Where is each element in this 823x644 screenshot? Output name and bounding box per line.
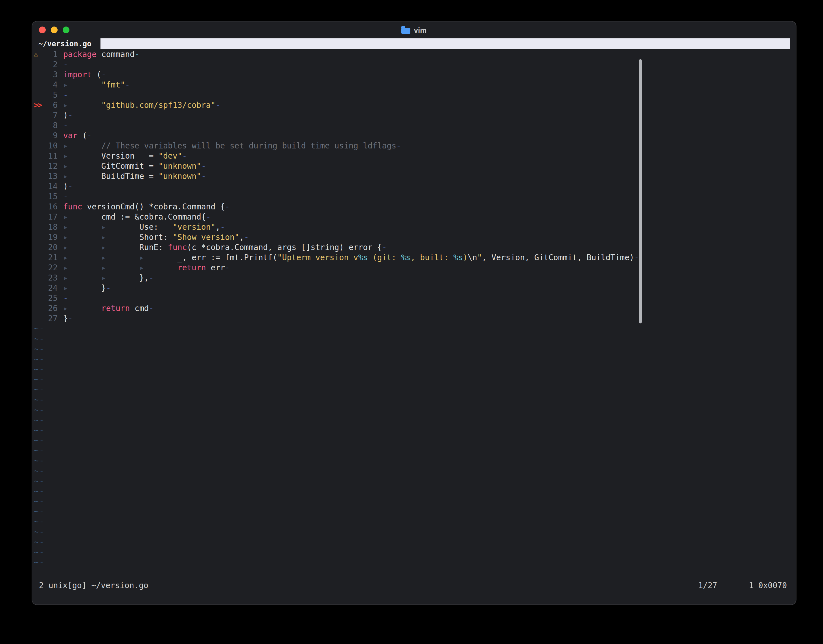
code-line[interactable]: 10▸// These variables will be set during…	[32, 141, 796, 151]
sign-column	[32, 80, 43, 90]
code-line[interactable]: 23▸▸},-	[32, 273, 796, 283]
desktop-background: vim ~/version.go ⚠1package command-2-3im…	[0, 0, 823, 644]
line-number: 15	[43, 191, 58, 201]
code-line[interactable]: 7)-	[32, 110, 796, 120]
code-line[interactable]: 18▸▸Use: "version",-	[32, 222, 796, 232]
code-line-text: var (-	[63, 130, 92, 141]
tab-version-go[interactable]: ~/version.go	[32, 38, 101, 49]
empty-buffer-tilde: ~-	[32, 557, 796, 566]
sign-column	[32, 120, 43, 130]
code-line-text: ▸"fmt"-	[63, 80, 130, 90]
code-line[interactable]: 20▸▸RunE: func(c *cobra.Command, args []…	[32, 242, 796, 252]
code-line[interactable]: 5-	[32, 90, 796, 100]
statusline-byte-info: 1 0x0070	[749, 581, 787, 590]
sign-column	[32, 161, 43, 171]
code-line[interactable]: 3import (-	[32, 69, 796, 80]
sign-column	[32, 69, 43, 80]
line-number: 9	[43, 130, 58, 141]
code-line-text: ▸▸Use: "version",-	[63, 222, 225, 232]
code-line-text: ▸GitCommit = "unknown"-	[63, 161, 206, 171]
window-title: vim	[402, 26, 427, 34]
traffic-lights	[39, 21, 69, 38]
empty-buffer-tilde: ~-	[32, 374, 796, 384]
empty-buffer-tilde: ~-	[32, 415, 796, 425]
empty-buffer-tilde: ~-	[32, 425, 796, 435]
window-title-text: vim	[414, 26, 427, 34]
empty-buffer-tilde: ~-	[32, 445, 796, 455]
sign-column	[32, 151, 43, 161]
line-number: 12	[43, 161, 58, 171]
close-button[interactable]	[39, 26, 46, 33]
line-number: 17	[43, 212, 58, 222]
code-line[interactable]: 2-	[32, 59, 796, 69]
empty-buffer-tilde: ~-	[32, 394, 796, 405]
line-number: 14	[43, 181, 58, 191]
line-number: 5	[43, 90, 58, 100]
empty-buffer-tilde: ~-	[32, 527, 796, 537]
code-line-text: ▸▸▸_, err := fmt.Printf("Upterm version …	[63, 252, 639, 262]
minimize-button[interactable]	[51, 26, 58, 33]
empty-buffer-tilde: ~-	[32, 455, 796, 466]
code-line[interactable]: 8-	[32, 120, 796, 130]
sign-column	[32, 283, 43, 293]
folder-icon	[402, 28, 411, 34]
code-area[interactable]: ⚠1package command-2-3import (-4▸"fmt"-5-…	[32, 49, 796, 566]
code-line[interactable]: 19▸▸Short: "Show version",-	[32, 232, 796, 242]
line-number: 16	[43, 201, 58, 212]
code-line-text: ▸Version = "dev"-	[63, 151, 187, 161]
line-number: 8	[43, 120, 58, 130]
line-number: 18	[43, 222, 58, 232]
empty-buffer-tilde: ~-	[32, 334, 796, 344]
vertical-scrollbar[interactable]	[639, 59, 642, 324]
line-number: 19	[43, 232, 58, 242]
empty-buffer-tilde: ~-	[32, 517, 796, 527]
line-number: 2	[43, 59, 58, 69]
code-line[interactable]: 4▸"fmt"-	[32, 80, 796, 90]
code-line[interactable]: 11▸Version = "dev"-	[32, 151, 796, 161]
code-line-text: ▸cmd := &cobra.Command{-	[63, 212, 211, 222]
line-number: 20	[43, 242, 58, 252]
zoom-button[interactable]	[63, 26, 69, 33]
code-line-text: ▸▸},-	[63, 273, 153, 283]
code-line-text: -	[63, 293, 68, 303]
statusline-file-info: 2 unix[go] ~/version.go	[39, 581, 149, 590]
code-line[interactable]: 14)-	[32, 181, 796, 191]
code-line[interactable]: 26▸return cmd-	[32, 303, 796, 313]
empty-buffer-tilde: ~-	[32, 384, 796, 394]
vim-tabline: ~/version.go	[32, 38, 796, 49]
empty-buffer-tilde: ~-	[32, 354, 796, 364]
code-line[interactable]: ⚠1package command-	[32, 49, 796, 59]
line-number: 23	[43, 273, 58, 283]
code-line-text: ▸▸RunE: func(c *cobra.Command, args []st…	[63, 242, 387, 252]
screen: vim ~/version.go ⚠1package command-2-3im…	[0, 0, 823, 644]
sign-column	[32, 313, 43, 324]
code-line-text: package command-	[63, 49, 139, 59]
sign-column	[32, 222, 43, 232]
code-line-text: -	[63, 191, 68, 201]
code-line[interactable]: 25-	[32, 293, 796, 303]
code-line-text: func versionCmd() *cobra.Command {-	[63, 201, 230, 212]
code-line[interactable]: 12▸GitCommit = "unknown"-	[32, 161, 796, 171]
code-line[interactable]: 13▸BuildTime = "unknown"-	[32, 171, 796, 181]
code-line-text: ▸}-	[63, 283, 111, 293]
code-line-text: )-	[63, 181, 73, 191]
code-line[interactable]: 16func versionCmd() *cobra.Command {-	[32, 201, 796, 212]
code-line[interactable]: 27}-	[32, 313, 796, 324]
code-line[interactable]: 17▸cmd := &cobra.Command{-	[32, 212, 796, 222]
empty-buffer-tilde: ~-	[32, 506, 796, 517]
error-sign-icon: >>	[32, 100, 43, 110]
empty-buffer-tilde: ~-	[32, 547, 796, 557]
code-line[interactable]: 9var (-	[32, 130, 796, 141]
code-line-text: -	[63, 120, 68, 130]
terminal-window: vim ~/version.go ⚠1package command-2-3im…	[32, 21, 797, 605]
code-line-text: import (-	[63, 69, 106, 80]
code-line[interactable]: 22▸▸▸return err-	[32, 262, 796, 273]
code-line[interactable]: 21▸▸▸_, err := fmt.Printf("Upterm versio…	[32, 252, 796, 262]
code-line[interactable]: 15-	[32, 191, 796, 201]
code-line[interactable]: 24▸}-	[32, 283, 796, 293]
line-number: 1	[43, 49, 58, 59]
empty-buffer-tilde: ~-	[32, 405, 796, 415]
code-line[interactable]: >>6▸"github.com/spf13/cobra"-	[32, 100, 796, 110]
code-line-text: }-	[63, 313, 73, 324]
sign-column	[32, 171, 43, 181]
